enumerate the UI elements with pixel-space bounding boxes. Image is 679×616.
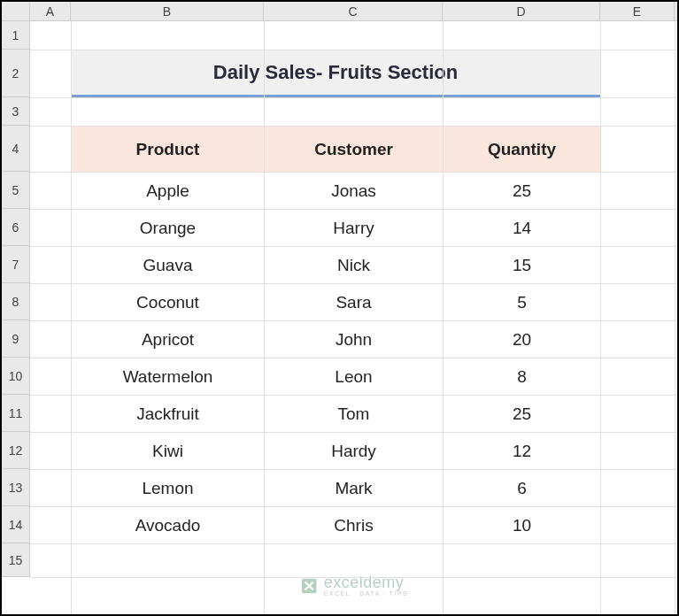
cell-customer[interactable]: Nick xyxy=(265,247,444,284)
cell-quantity[interactable]: 10 xyxy=(444,507,601,544)
cell-customer[interactable]: Mark xyxy=(265,470,444,507)
cell-product[interactable]: Lemon xyxy=(72,470,265,507)
table-row: ApricotJohn20 xyxy=(72,321,601,358)
row-header-6[interactable]: 6 xyxy=(2,209,30,246)
cell-quantity[interactable]: 15 xyxy=(444,247,601,284)
col-header-b[interactable]: B xyxy=(71,2,264,20)
row-header-11[interactable]: 11 xyxy=(2,395,30,432)
table-header-row: Product Customer Quantity xyxy=(72,127,601,173)
row-header-2[interactable]: 2 xyxy=(2,50,30,97)
cell-quantity[interactable]: 12 xyxy=(444,433,601,470)
column-headers-row: ABCDE xyxy=(2,2,677,21)
cell-quantity[interactable]: 8 xyxy=(444,358,601,396)
table-row: CoconutSara5 xyxy=(72,284,601,321)
cell-customer[interactable]: Harry xyxy=(265,210,444,247)
cells-area[interactable]: Daily Sales- Fruits Section Product Cust… xyxy=(30,21,677,614)
row-header-15[interactable]: 15 xyxy=(2,543,30,577)
table-row: GuavaNick15 xyxy=(72,247,601,284)
table-row: OrangeHarry14 xyxy=(72,210,601,247)
row-header-8[interactable]: 8 xyxy=(2,283,30,320)
cell-quantity[interactable]: 5 xyxy=(444,284,601,321)
table-row: WatermelonLeon8 xyxy=(72,358,601,396)
col-header-e[interactable]: E xyxy=(600,2,675,20)
row-header-9[interactable]: 9 xyxy=(2,320,30,358)
cell-product[interactable]: Jackfruit xyxy=(72,396,265,433)
table-row: JackfruitTom25 xyxy=(72,396,601,433)
cell-customer[interactable]: John xyxy=(265,321,444,358)
row-header-12[interactable]: 12 xyxy=(2,432,30,469)
cell-quantity[interactable]: 20 xyxy=(444,321,601,358)
col-header-a[interactable]: A xyxy=(30,2,71,20)
title-band: Daily Sales- Fruits Section xyxy=(71,50,600,97)
cell-product[interactable]: Kiwi xyxy=(72,433,265,470)
table-row: AvocadoChris10 xyxy=(72,507,601,544)
cell-quantity[interactable]: 6 xyxy=(444,470,601,507)
cell-product[interactable]: Watermelon xyxy=(72,358,265,396)
header-product[interactable]: Product xyxy=(72,127,265,173)
cell-product[interactable]: Orange xyxy=(72,210,265,247)
row-header-10[interactable]: 10 xyxy=(2,358,30,395)
select-all-corner[interactable] xyxy=(2,2,30,21)
row-header-14[interactable]: 14 xyxy=(2,506,30,543)
table-row: AppleJonas25 xyxy=(72,173,601,210)
data-table: Product Customer Quantity AppleJonas25Or… xyxy=(71,126,601,544)
cell-product[interactable]: Coconut xyxy=(72,284,265,321)
row-header-3[interactable]: 3 xyxy=(2,97,30,126)
cell-customer[interactable]: Chris xyxy=(265,507,444,544)
title-text: Daily Sales- Fruits Section xyxy=(213,61,458,84)
watermark-tagline: EXCEL · DATA · TIPS xyxy=(324,590,409,597)
cell-customer[interactable]: Sara xyxy=(265,284,444,321)
cell-product[interactable]: Apple xyxy=(72,173,265,210)
table-row: KiwiHardy12 xyxy=(72,433,601,470)
cell-customer[interactable]: Jonas xyxy=(265,173,444,210)
cell-quantity[interactable]: 25 xyxy=(444,173,601,210)
cell-product[interactable]: Avocado xyxy=(72,507,265,544)
col-header-c[interactable]: C xyxy=(264,2,443,20)
cell-product[interactable]: Apricot xyxy=(72,321,265,358)
row-header-5[interactable]: 5 xyxy=(2,172,30,209)
cell-quantity[interactable]: 14 xyxy=(444,210,601,247)
header-quantity[interactable]: Quantity xyxy=(444,127,601,173)
row-header-4[interactable]: 4 xyxy=(2,126,30,172)
col-header-d[interactable]: D xyxy=(443,2,600,20)
header-customer[interactable]: Customer xyxy=(265,127,444,173)
row-header-1[interactable]: 1 xyxy=(2,21,30,50)
table-row: LemonMark6 xyxy=(72,470,601,507)
cell-customer[interactable]: Leon xyxy=(265,358,444,396)
exceldemy-logo-icon xyxy=(299,576,319,596)
row-headers-col: 123456789101112131415 xyxy=(2,21,30,577)
cell-customer[interactable]: Hardy xyxy=(265,433,444,470)
row-header-7[interactable]: 7 xyxy=(2,246,30,283)
row-header-13[interactable]: 13 xyxy=(2,469,30,506)
cell-quantity[interactable]: 25 xyxy=(444,396,601,433)
spreadsheet: ABCDE 123456789101112131415 Daily Sales-… xyxy=(2,2,677,614)
cell-customer[interactable]: Tom xyxy=(265,396,444,433)
cell-product[interactable]: Guava xyxy=(72,247,265,284)
